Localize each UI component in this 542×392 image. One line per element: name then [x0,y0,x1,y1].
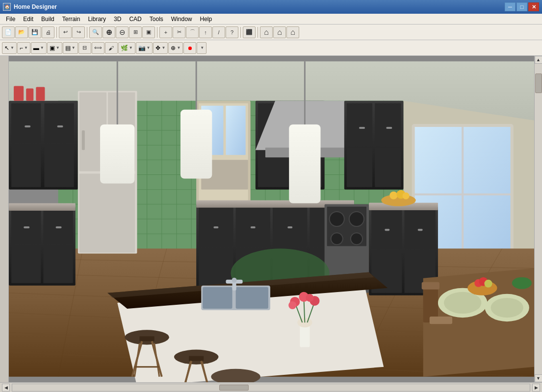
horizontal-scrollbar[interactable] [12,384,530,392]
svg-rect-55 [11,145,41,187]
scroll-up-button[interactable]: ▲ [535,56,542,64]
polyline-arrow: ▼ [24,46,28,50]
stair-button[interactable]: ⊟ [78,42,91,54]
plant-dropdown[interactable]: 🌿 ▼ [118,42,135,54]
scroll-track[interactable] [535,64,542,374]
svg-point-174 [491,298,523,318]
sep3 [157,27,157,38]
wall-dropdown[interactable]: ▬ ▼ [31,42,47,54]
redo-button[interactable]: ↪ [72,26,85,38]
menu-item-build[interactable]: Build [37,15,58,24]
arrow-button[interactable]: ↑ [199,26,212,38]
sep1 [56,27,57,38]
close-button[interactable]: ✕ [528,2,539,11]
app-icon: 🏠 [3,3,11,11]
select-dropdown[interactable]: ↖ ▼ [2,42,17,54]
add-point-button[interactable]: + [159,26,172,38]
svg-rect-106 [213,226,218,228]
svg-point-181 [512,277,532,289]
hscroll-right-button[interactable]: ▶ [532,384,540,392]
minimize-button[interactable]: ─ [505,2,516,11]
move-dropdown[interactable]: ✥ ▼ [153,42,168,54]
svg-rect-163 [189,356,204,361]
svg-rect-93 [43,246,73,283]
transform-arrow: ▼ [177,46,181,50]
scroll-down-button[interactable]: ▼ [535,374,542,382]
svg-rect-59 [14,86,24,100]
menu-item-library[interactable]: Library [84,15,110,24]
record-button[interactable]: ⏺ [183,42,196,54]
menu-item-3d[interactable]: 3D [110,15,125,24]
polyline-dropdown[interactable]: ⌐ ▼ [17,42,30,54]
transform-dropdown[interactable]: ⊕ ▼ [168,42,183,54]
transform-icon: ⊕ [171,45,176,51]
title-bar-controls: ─ □ ✕ [505,2,539,11]
hscroll-left-button[interactable]: ◀ [2,384,10,392]
wall-arrow: ▼ [40,46,44,50]
save-button[interactable]: 💾 [28,26,41,38]
wall-icon: ▬ [33,45,39,51]
svg-rect-133 [181,110,212,179]
record-arrow: ▼ [200,46,204,50]
fillet-button[interactable]: ⌒ [186,26,199,38]
fit-view-button[interactable]: ⊞ [129,26,142,38]
dimension-button[interactable]: ⟺ [92,42,104,54]
svg-rect-56 [44,145,74,187]
svg-rect-84 [375,103,401,145]
paint-button[interactable]: 🖌 [105,42,118,54]
svg-rect-156 [139,336,154,341]
camera-dropdown[interactable]: 📷 ▼ [136,42,153,54]
svg-rect-107 [251,226,256,228]
record-dropdown[interactable]: ▼ [197,42,206,54]
svg-rect-58 [57,125,63,127]
break-button[interactable]: ✂ [173,26,185,38]
svg-rect-61 [36,87,45,100]
select-icon: ↖ [4,45,9,51]
zoom-out-button[interactable]: ⊖ [116,26,129,38]
polyline-icon: ⌐ [20,45,23,51]
status-bar: ◀ ▶ [0,382,542,392]
svg-point-129 [402,193,409,199]
title-bar: 🏠 Home Designer ─ □ ✕ [0,0,542,14]
menu-item-cad[interactable]: CAD [125,15,145,24]
door-dropdown[interactable]: ▣ ▼ [47,42,62,54]
menu-item-file[interactable]: File [2,15,19,24]
fit-page-button[interactable]: ▣ [142,26,155,38]
door-arrow: ▼ [56,46,60,50]
menu-item-terrain[interactable]: Terrain [58,15,84,24]
svg-point-114 [349,212,364,226]
hscroll-thumb[interactable] [219,385,249,391]
svg-rect-66 [82,130,85,150]
menu-item-window[interactable]: Window [167,15,196,24]
house1-button[interactable]: ⌂ [260,26,273,38]
camera-icon: 📷 [138,45,146,51]
house2-button[interactable]: ⌂ [273,26,286,38]
zoom-in-button[interactable]: ⊕ [103,26,115,38]
select-arrow: ▼ [10,46,14,50]
camera-arrow: ▼ [147,46,151,50]
plant-arrow: ▼ [129,46,133,50]
maximize-button[interactable]: □ [516,2,527,11]
import-button[interactable]: ⬛ [243,26,256,38]
svg-rect-131 [100,124,134,184]
undo-button[interactable]: ↩ [59,26,72,38]
menu-item-help[interactable]: Help [196,15,216,24]
menu-item-edit[interactable]: Edit [19,15,37,24]
cabinet-dropdown[interactable]: ▤ ▼ [63,42,78,54]
print-button[interactable]: 🖨 [42,26,54,38]
svg-rect-83 [347,103,372,145]
measure-button[interactable]: / [212,26,225,38]
svg-rect-54 [44,103,74,143]
menu-item-tools[interactable]: Tools [146,15,167,24]
open-button[interactable]: 📂 [15,26,28,38]
new-button[interactable]: 📄 [2,26,15,38]
house3-button[interactable]: ⌂ [286,26,299,38]
move-icon: ✥ [155,45,160,51]
canvas-area[interactable] [9,56,534,382]
svg-rect-141 [236,287,268,309]
zoom-small-button[interactable]: 🔍 [89,26,102,38]
svg-point-172 [444,292,481,314]
help-button[interactable]: ? [226,26,238,38]
door-icon: ▣ [50,45,55,51]
scroll-thumb[interactable] [535,74,542,93]
